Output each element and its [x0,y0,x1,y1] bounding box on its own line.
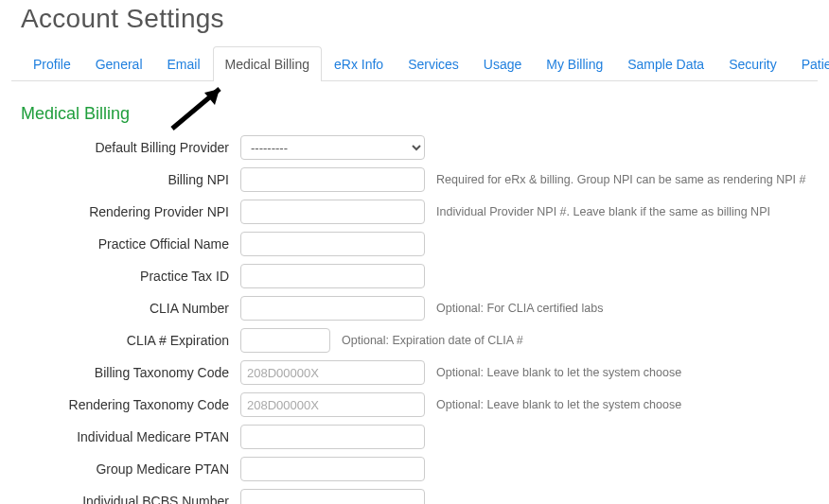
clia-number-help: Optional: For CLIA certified labs [436,302,603,315]
practice-tax-id-label: Practice Tax ID [21,269,229,284]
page-title: Account Settings [21,4,808,34]
billing-taxonomy-code-input[interactable] [240,360,425,385]
clia-number-input[interactable] [240,296,425,321]
tab-services[interactable]: Services [396,46,471,81]
individual-bcbs-number-label: Individual BCBS Number [21,494,229,504]
rendering-taxonomy-code-input[interactable] [240,392,425,417]
group-medicare-ptan-label: Group Medicare PTAN [21,461,229,477]
tab-erx-info[interactable]: eRx Info [322,46,396,81]
group-medicare-ptan-input[interactable] [240,457,425,481]
tab-patient-payments[interactable]: Patient Payments [789,46,829,81]
tab-medical-billing[interactable]: Medical Billing [213,46,322,81]
tabs-bar: Profile General Email Medical Billing eR… [11,45,818,81]
clia-expiration-input[interactable] [240,328,330,353]
rendering-taxonomy-code-label: Rendering Taxonomy Code [21,397,229,412]
individual-medicare-ptan-input[interactable] [240,425,425,449]
tab-profile[interactable]: Profile [21,46,83,81]
billing-npi-input[interactable] [240,167,425,192]
tab-my-billing[interactable]: My Billing [534,46,615,81]
billing-taxonomy-code-help: Optional: Leave blank to let the system … [436,366,681,379]
tab-usage[interactable]: Usage [471,46,534,81]
clia-number-label: CLIA Number [21,301,229,316]
default-billing-provider-label: Default Billing Provider [21,140,229,155]
billing-npi-label: Billing NPI [21,172,229,187]
tab-sample-data[interactable]: Sample Data [615,46,716,81]
practice-tax-id-input[interactable] [240,264,425,288]
default-billing-provider-select[interactable]: --------- [240,135,425,160]
billing-taxonomy-code-label: Billing Taxonomy Code [21,365,229,380]
clia-expiration-label: CLIA # Expiration [21,333,229,348]
tab-security[interactable]: Security [716,46,789,81]
rendering-taxonomy-code-help: Optional: Leave blank to let the system … [436,398,681,411]
clia-expiration-help: Optional: Expiration date of CLIA # [342,334,523,347]
practice-official-name-label: Practice Official Name [21,236,229,252]
individual-medicare-ptan-label: Individual Medicare PTAN [21,429,229,444]
rendering-provider-npi-label: Rendering Provider NPI [21,204,229,219]
section-title: Medical Billing [21,104,808,124]
billing-npi-help: Required for eRx & billing. Group NPI ca… [436,173,805,186]
rendering-provider-npi-help: Individual Provider NPI #. Leave blank i… [436,205,770,218]
svg-marker-1 [204,89,220,105]
practice-official-name-input[interactable] [240,232,425,256]
tab-general[interactable]: General [83,46,155,81]
individual-bcbs-number-input[interactable] [240,489,425,504]
tab-email[interactable]: Email [155,46,213,81]
rendering-provider-npi-input[interactable] [240,200,425,224]
